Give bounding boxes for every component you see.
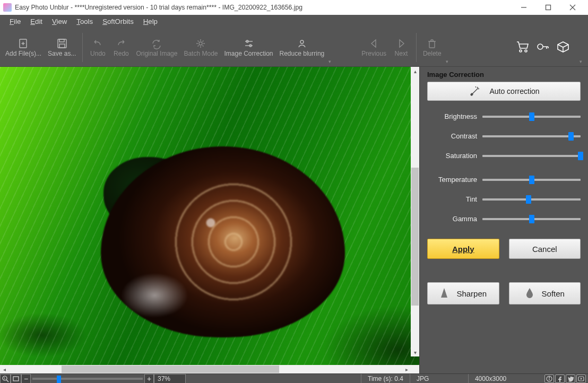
auto-correction-label: Auto correction [489, 87, 539, 95]
status-format: JPG [410, 374, 468, 383]
brightness-slider-row: Brightness [427, 112, 581, 120]
sharpen-label: Sharpen [456, 289, 487, 298]
tool-label: Image Correction [224, 50, 273, 58]
gear-icon [195, 38, 206, 49]
undo-button[interactable]: Undo [87, 30, 108, 65]
auto-correction-button[interactable]: Auto correction [427, 82, 581, 101]
original-image-button[interactable]: Original Image [134, 30, 179, 65]
apply-label: Apply [452, 245, 474, 254]
zoom-out-button[interactable]: − [21, 374, 31, 384]
horizontal-scrollbar[interactable]: ◂ ▸ [0, 365, 419, 373]
toolbar-separator [82, 33, 83, 62]
window-close-button[interactable] [560, 0, 585, 15]
status-dimensions: 4000x3000 [468, 374, 532, 383]
previous-button[interactable]: Previous [359, 30, 388, 65]
toolbar-overflow-3[interactable]: ▾ [580, 59, 585, 65]
panel-title: Image Correction [427, 69, 581, 82]
social-links [542, 374, 588, 383]
arrow-left-icon [368, 38, 380, 49]
scroll-up-icon[interactable]: ▴ [411, 67, 419, 75]
window-minimize-button[interactable] [512, 0, 536, 15]
menubar: File Edit View Tools SoftOrbits Help [0, 15, 588, 28]
tool-label: Delete [423, 50, 442, 58]
package-icon[interactable] [556, 40, 570, 55]
image-correction-button[interactable]: Image Correction [222, 30, 275, 65]
toolbar-overflow-2[interactable]: ▾ [446, 59, 451, 65]
saturation-slider[interactable] [482, 155, 581, 157]
info-icon[interactable] [544, 375, 554, 383]
brightness-slider[interactable] [482, 116, 581, 118]
tool-label: Next [395, 50, 408, 58]
contrast-slider-row: Contrast [427, 132, 581, 140]
svg-point-23 [538, 44, 543, 49]
svg-rect-16 [429, 41, 435, 48]
zoom-actual-button[interactable]: 1 [0, 374, 11, 384]
svg-rect-9 [59, 44, 65, 48]
toolbar-overflow-1[interactable]: ▾ [328, 59, 334, 65]
zoom-in-button[interactable]: + [144, 374, 154, 384]
tool-label: Batch Mode [184, 50, 218, 58]
gamma-slider[interactable] [482, 218, 581, 220]
temperature-slider[interactable] [482, 179, 581, 181]
tint-slider[interactable] [482, 198, 581, 201]
twitter-icon[interactable] [566, 375, 575, 383]
sharpen-button[interactable]: Sharpen [427, 282, 499, 304]
app-icon [3, 3, 12, 12]
svg-rect-1 [546, 5, 551, 10]
add-files-button[interactable]: Add File(s)... [3, 30, 44, 65]
add-file-icon [18, 38, 29, 49]
menu-view[interactable]: View [48, 16, 71, 27]
tool-label: Add File(s)... [5, 50, 41, 58]
menu-softorbits[interactable]: SoftOrbits [98, 16, 138, 27]
vertical-scrollbar[interactable]: ▴ ▾ [411, 67, 419, 356]
window-maximize-button[interactable] [536, 0, 560, 15]
zoom-thumb[interactable] [57, 376, 61, 383]
focus-icon [296, 38, 308, 49]
zoom-slider[interactable] [32, 377, 143, 380]
svg-point-15 [300, 40, 304, 43]
arrow-right-icon [395, 38, 407, 49]
horizontal-scroll-thumb[interactable] [62, 365, 279, 373]
scroll-down-icon[interactable]: ▾ [411, 348, 419, 356]
batch-mode-button[interactable]: Batch Mode [181, 30, 220, 65]
tool-label: Redo [114, 50, 129, 58]
menu-tools[interactable]: Tools [72, 16, 97, 27]
facebook-icon[interactable] [555, 375, 565, 383]
delete-button[interactable]: Delete [421, 30, 444, 65]
reduce-blurring-button[interactable]: Reduce blurring [278, 30, 327, 65]
zoom-fit-button[interactable] [11, 374, 21, 384]
slider-label: Brightness [427, 112, 477, 120]
scroll-left-icon[interactable]: ◂ [0, 365, 8, 373]
save-icon [56, 38, 68, 49]
soften-button[interactable]: Soften [509, 282, 581, 304]
scroll-right-icon[interactable]: ▸ [402, 365, 411, 373]
save-as-button[interactable]: Save as... [46, 30, 78, 65]
statusbar: 1 − + 37% Time (s): 0.4 JPG 4000x3000 [0, 373, 588, 383]
contrast-slider[interactable] [482, 135, 581, 137]
youtube-icon[interactable] [576, 375, 586, 383]
redo-icon [115, 38, 127, 49]
cart-icon[interactable] [516, 40, 530, 55]
svg-line-25 [6, 380, 8, 382]
trash-icon [426, 38, 438, 49]
apply-button[interactable]: Apply [427, 239, 499, 259]
menu-file[interactable]: File [5, 16, 25, 27]
undo-icon [92, 38, 103, 49]
toolbar-separator [416, 33, 417, 62]
status-time: Time (s): 0.4 [361, 374, 410, 383]
canvas-area: ▴ ▾ ◂ ▸ [0, 67, 419, 373]
tool-label: Save as... [48, 50, 76, 58]
image-canvas[interactable]: ▴ ▾ [0, 67, 419, 365]
vertical-scroll-thumb[interactable] [411, 168, 419, 306]
next-button[interactable]: Next [391, 30, 412, 65]
tool-label: Undo [90, 50, 106, 58]
cancel-button[interactable]: Cancel [509, 239, 581, 259]
svg-rect-8 [59, 39, 64, 42]
zoom-value: 37% [154, 374, 186, 384]
menu-edit[interactable]: Edit [26, 16, 47, 27]
redo-button[interactable]: Redo [110, 30, 132, 65]
menu-help[interactable]: Help [139, 16, 162, 27]
slider-label: Gamma [427, 215, 477, 223]
gamma-slider-row: Gamma [427, 215, 581, 223]
key-icon[interactable] [536, 40, 550, 55]
